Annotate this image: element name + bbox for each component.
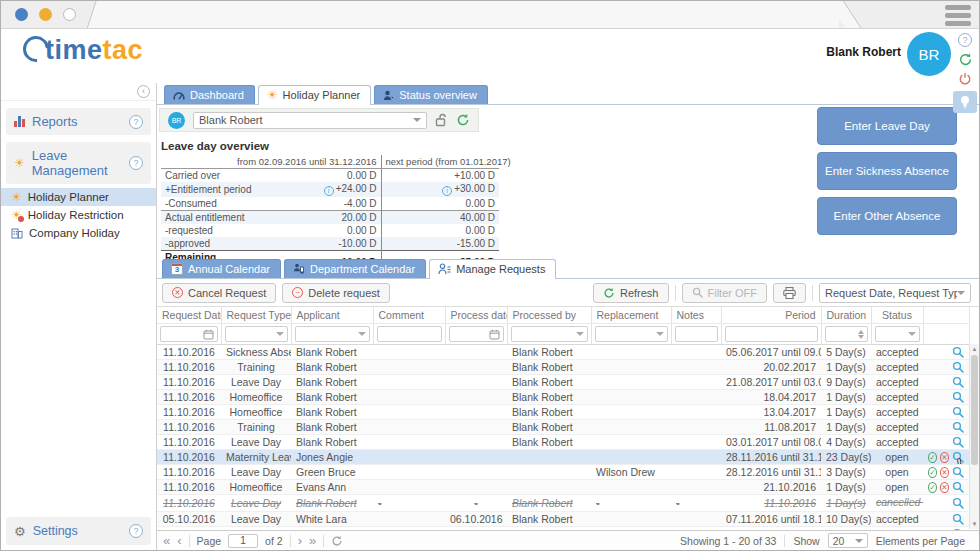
reject-button[interactable]: ✕	[940, 467, 949, 478]
section-help-icon[interactable]: ?	[129, 115, 143, 129]
view-details-button[interactable]	[952, 513, 964, 525]
first-page-icon[interactable]: «	[163, 534, 170, 547]
scrollbar-thumb[interactable]	[971, 355, 978, 465]
column-header-duration[interactable]: Duration	[821, 307, 871, 324]
filter-duration[interactable]	[825, 326, 868, 342]
delete-request-button[interactable]: − Delete request	[282, 283, 390, 303]
view-details-button[interactable]	[952, 466, 964, 478]
filter-applicant[interactable]	[295, 326, 370, 342]
sidebar-item-company-holiday[interactable]: Company Holiday	[1, 224, 156, 242]
filter-date[interactable]	[160, 326, 218, 342]
sidebar-settings[interactable]: ⚙ Settings ?	[6, 517, 151, 545]
enter-leave-day-button[interactable]: Enter Leave Day	[817, 107, 957, 145]
page-size-select[interactable]: 20	[828, 533, 868, 548]
filter-status[interactable]	[875, 326, 920, 342]
reject-button[interactable]: ✕	[940, 482, 949, 493]
column-header-comment[interactable]: Comment	[373, 307, 445, 324]
view-details-button[interactable]	[952, 376, 964, 388]
column-header-status[interactable]: Status	[871, 307, 923, 324]
page-number-input[interactable]	[228, 534, 258, 548]
refresh-button[interactable]: Refresh	[593, 283, 669, 303]
table-row[interactable]: 11.10.2016HomeofficeEvans Ann21.10.20161…	[157, 480, 969, 495]
view-details-button[interactable]	[952, 421, 964, 433]
avatar[interactable]: BR	[907, 32, 951, 76]
table-row[interactable]: 05.10.2016Leave DayThomas Julius06.10.20…	[157, 526, 969, 530]
table-row[interactable]: 05.10.2016Leave DayWhite Lara06.10.2016B…	[157, 511, 969, 526]
column-header-replacement[interactable]: Replacement	[591, 307, 671, 324]
section-help-icon[interactable]: ?	[129, 524, 143, 538]
sidebar-collapse-icon[interactable]: ‹	[137, 85, 150, 98]
next-page-icon[interactable]: ›	[298, 534, 302, 547]
view-details-button[interactable]	[952, 497, 964, 509]
column-header-processed_by[interactable]: Processed by	[507, 307, 591, 324]
column-header-notes[interactable]: Notes	[671, 307, 721, 324]
vertical-scrollbar[interactable]: ▲ ▼	[969, 344, 979, 529]
table-row[interactable]: 11.10.2016Leave DayBlank Robert--Blank R…	[157, 495, 969, 512]
sort-order-select[interactable]: Request Date, Request Type	[819, 283, 971, 303]
column-header-period[interactable]: Period	[721, 307, 821, 324]
user-select[interactable]: Blank Robert	[193, 112, 427, 129]
prev-page-icon[interactable]: ‹	[177, 534, 181, 547]
info-icon[interactable]: i	[324, 186, 334, 196]
view-details-button[interactable]	[952, 481, 964, 493]
filter-notes[interactable]	[675, 326, 718, 342]
info-icon[interactable]: i	[442, 186, 452, 196]
tab-department-calendar[interactable]: Department Calendar	[284, 259, 426, 278]
logout-power-icon[interactable]	[958, 72, 972, 86]
approve-button[interactable]: ✓	[928, 452, 937, 463]
tab-status-overview[interactable]: Status overview	[374, 85, 488, 104]
view-details-button[interactable]	[952, 361, 964, 373]
filter-type[interactable]	[225, 326, 288, 342]
idea-lightbulb-icon[interactable]	[953, 91, 977, 113]
tab-holiday-planner[interactable]: ☀ Holiday Planner	[258, 85, 371, 105]
table-row[interactable]: 11.10.2016Leave DayBlank RobertBlank Rob…	[157, 375, 969, 390]
window-dot-blue[interactable]	[15, 8, 28, 21]
reject-button[interactable]: ✕	[940, 452, 949, 463]
view-details-button[interactable]	[952, 346, 964, 358]
view-details-button[interactable]	[952, 528, 964, 531]
window-dot-white[interactable]	[63, 8, 76, 21]
column-header-type[interactable]: Request Type	[221, 307, 291, 324]
print-button[interactable]	[773, 283, 806, 303]
filter-processed_by[interactable]	[511, 326, 588, 342]
sidebar-section-reports[interactable]: Reports ?	[6, 108, 151, 135]
filter-period[interactable]	[725, 326, 818, 342]
refresh-user-icon[interactable]	[456, 113, 470, 127]
column-header-actions[interactable]	[923, 307, 969, 324]
cancel-request-button[interactable]: ✕ Cancel Request	[162, 283, 276, 303]
filter-process_date[interactable]	[449, 326, 504, 342]
refresh-icon[interactable]	[958, 52, 973, 67]
window-dot-yellow[interactable]	[39, 8, 52, 21]
sidebar-item-holiday-restriction[interactable]: ☀ Holiday Restriction	[1, 206, 156, 224]
tab-manage-requests[interactable]: Manage Requests	[429, 259, 556, 279]
tab-dashboard[interactable]: Dashboard	[164, 85, 255, 104]
table-row[interactable]: 11.10.2016HomeofficeBlank RobertBlank Ro…	[157, 390, 969, 405]
table-row[interactable]: 11.10.2016Sickness Abse...Blank RobertBl…	[157, 345, 969, 360]
help-icon[interactable]: ?	[958, 33, 972, 47]
filter-comment[interactable]	[377, 326, 442, 342]
table-row[interactable]: 11.10.2016TrainingBlank RobertBlank Robe…	[157, 360, 969, 375]
table-row[interactable]: 11.10.2016TrainingBlank RobertBlank Robe…	[157, 420, 969, 435]
view-details-button[interactable]	[952, 391, 964, 403]
sidebar-item-holiday-planner[interactable]: ☀ Holiday Planner	[1, 188, 156, 206]
enter-other-absence-button[interactable]: Enter Other Absence	[817, 197, 957, 235]
sidebar-section-leave-management[interactable]: ☀ Leave Management ?	[6, 142, 151, 184]
table-row[interactable]: 11.10.2016Leave DayGreen BruceWilson Dre…	[157, 465, 969, 480]
column-header-date[interactable]: Request Date↓	[157, 307, 221, 324]
unlock-icon[interactable]	[435, 113, 448, 127]
filter-replacement[interactable]	[595, 326, 668, 342]
menu-icon[interactable]	[945, 5, 971, 26]
table-row[interactable]: 11.10.2016Leave DayBlank RobertBlank Rob…	[157, 435, 969, 450]
column-header-process_date[interactable]: Process date	[445, 307, 507, 324]
view-details-button[interactable]	[952, 436, 964, 448]
enter-sickness-absence-button[interactable]: Enter Sickness Absence	[817, 152, 957, 190]
filter-off-button[interactable]: Filter OFF	[682, 283, 768, 303]
last-page-icon[interactable]: »	[309, 534, 316, 547]
view-details-button[interactable]	[952, 406, 964, 418]
approve-button[interactable]: ✓	[928, 482, 937, 493]
tab-annual-calendar[interactable]: 3 Annual Calendar	[162, 259, 281, 278]
refresh-page-icon[interactable]	[331, 535, 343, 547]
table-row[interactable]: 11.10.2016HomeofficeBlank RobertBlank Ro…	[157, 405, 969, 420]
section-help-icon[interactable]: ?	[129, 156, 143, 170]
approve-button[interactable]: ✓	[928, 467, 937, 478]
